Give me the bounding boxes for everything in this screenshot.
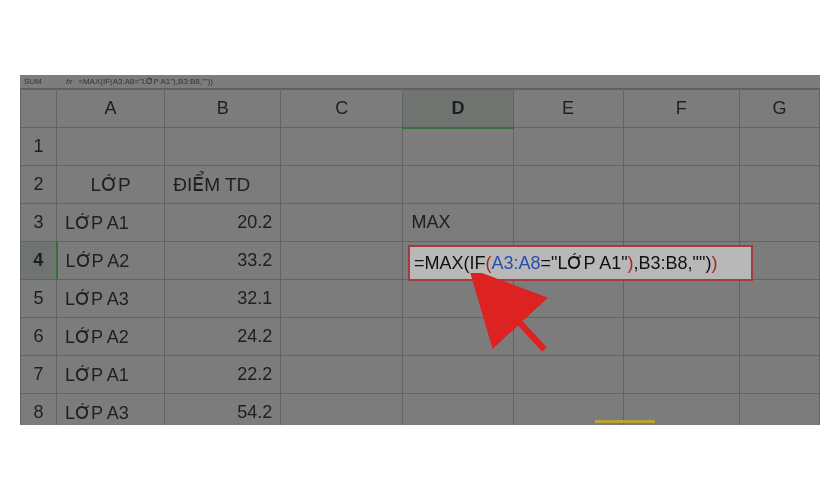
cell-C5[interactable] [281,280,403,318]
cell-F1[interactable] [623,128,739,166]
formula-seg-8: ) [711,253,717,274]
cell-D1[interactable] [403,128,513,166]
col-header-A[interactable]: A [57,90,165,128]
col-header-B[interactable]: B [165,90,281,128]
cell-C7[interactable] [281,356,403,394]
cell-E6[interactable] [513,318,623,356]
col-header-G[interactable]: G [739,90,819,128]
cell-E3[interactable] [513,204,623,242]
cell-A6[interactable]: LỚP A2 [57,318,165,356]
column-header-row: A B C D E F G [21,90,820,128]
cell-B7[interactable]: 22.2 [165,356,281,394]
formula-seg-4: ="LỚP A1" [541,252,628,274]
cell-G3[interactable] [739,204,819,242]
cell-G8[interactable] [739,394,819,426]
row-header-5[interactable]: 5 [21,280,57,318]
cell-D7[interactable] [403,356,513,394]
cell-C2[interactable] [281,166,403,204]
cell-B4[interactable]: 33.2 [165,242,281,280]
formula-overlay[interactable]: =MAX(IF ( A3:A8 ="LỚP A1" ) ,B3:B8,"" ) … [408,245,753,281]
cell-G1[interactable] [739,128,819,166]
name-box[interactable]: SUM [20,77,60,86]
cell-D8[interactable] [403,394,513,426]
col-header-E[interactable]: E [513,90,623,128]
row-header-6[interactable]: 6 [21,318,57,356]
cell-B1[interactable] [165,128,281,166]
cell-A8[interactable]: LỚP A3 [57,394,165,426]
cell-E1[interactable] [513,128,623,166]
cell-B5[interactable]: 32.1 [165,280,281,318]
row-header-2[interactable]: 2 [21,166,57,204]
cell-A3[interactable]: LỚP A1 [57,204,165,242]
cell-C3[interactable] [281,204,403,242]
cell-D2[interactable] [403,166,513,204]
cell-D5[interactable] [403,280,513,318]
col-header-F[interactable]: F [623,90,739,128]
cell-B2[interactable]: ĐIỂM TD [165,166,281,204]
row-header-8[interactable]: 8 [21,394,57,426]
cell-E5[interactable] [513,280,623,318]
select-all-corner[interactable] [21,90,57,128]
cell-G5[interactable] [739,280,819,318]
col-header-D[interactable]: D [403,90,513,128]
formula-seg-1: =MAX(IF [414,253,486,274]
formula-seg-6: ,B3:B8,"" [634,253,706,274]
cell-C1[interactable] [281,128,403,166]
formula-seg-3: A3:A8 [492,253,541,274]
cell-D3[interactable]: MAX [403,204,513,242]
row-header-4[interactable]: 4 [21,242,57,280]
cell-A2[interactable]: LỚP [57,166,165,204]
cell-F5[interactable] [623,280,739,318]
row-header-1[interactable]: 1 [21,128,57,166]
row-header-7[interactable]: 7 [21,356,57,394]
cell-C8[interactable] [281,394,403,426]
cell-A1[interactable] [57,128,165,166]
cell-E7[interactable] [513,356,623,394]
formula-bar-text[interactable]: =MAX(IF(A3:A8="LỚP A1"),B3:B8,"")) [78,77,213,86]
cell-G6[interactable] [739,318,819,356]
cell-G7[interactable] [739,356,819,394]
cell-B6[interactable]: 24.2 [165,318,281,356]
highlight-bar [595,420,655,423]
cell-F2[interactable] [623,166,739,204]
cell-C6[interactable] [281,318,403,356]
cell-A5[interactable]: LỚP A3 [57,280,165,318]
cell-F6[interactable] [623,318,739,356]
cell-B3[interactable]: 20.2 [165,204,281,242]
cell-D6[interactable] [403,318,513,356]
cell-A4[interactable]: LỚP A2 [57,242,165,280]
cell-E2[interactable] [513,166,623,204]
cell-B8[interactable]: 54.2 [165,394,281,426]
formula-bar[interactable]: SUM fx =MAX(IF(A3:A8="LỚP A1"),B3:B8,"")… [20,75,820,89]
cell-G2[interactable] [739,166,819,204]
excel-window: SUM fx =MAX(IF(A3:A8="LỚP A1"),B3:B8,"")… [20,75,820,425]
cell-A7[interactable]: LỚP A1 [57,356,165,394]
row-header-3[interactable]: 3 [21,204,57,242]
col-header-C[interactable]: C [281,90,403,128]
cell-C4[interactable] [281,242,403,280]
cell-F3[interactable] [623,204,739,242]
cell-F7[interactable] [623,356,739,394]
fx-icon[interactable]: fx [60,77,78,86]
